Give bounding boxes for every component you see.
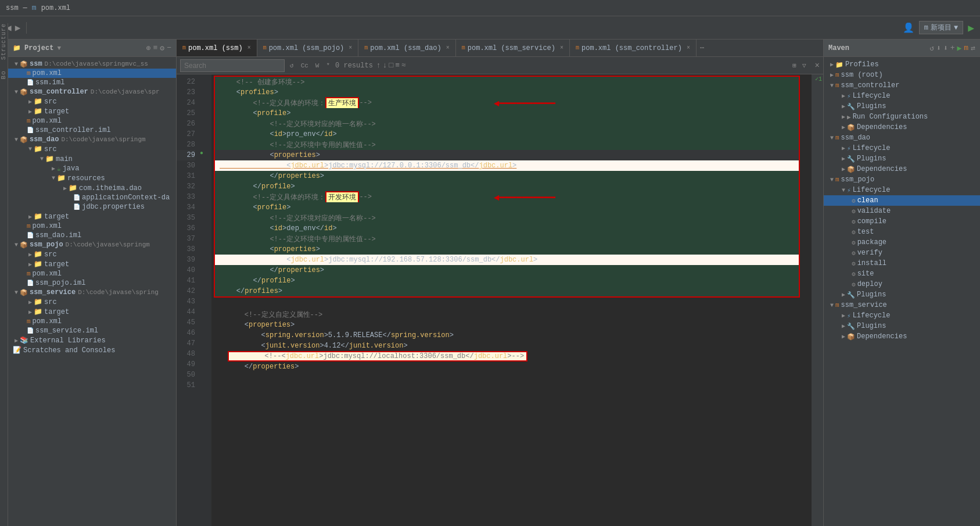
code-line-35[interactable]: <!--定义环境对应的唯一名称--> (215, 213, 799, 223)
tree-item-appctx[interactable]: 📄 applicationContext-da (8, 193, 176, 202)
tree-item-ssm[interactable]: ▼ 📦 ssm D:\code\javase\springmvc_ss (8, 59, 176, 69)
code-line-46[interactable]: <spring.version>5.1.9.RELEASE</spring.ve… (211, 330, 812, 341)
tree-item-ssm-iml[interactable]: 📄 ssm.iml (8, 78, 176, 87)
maven-item-runconf-ctrl[interactable]: ▶ ▶ Run Configurations (824, 112, 980, 122)
minimize-icon[interactable]: − (167, 44, 171, 53)
tab-pom-service[interactable]: m pom.xml (ssm_service) × (456, 40, 570, 57)
maven-download-icon[interactable]: ⬇ (936, 44, 941, 53)
case-sensitive-icon[interactable]: Cc (299, 62, 310, 69)
maven-item-deps-svc[interactable]: ▶ 📦 Dependencies (824, 331, 980, 342)
maven-item-ssm-pojo[interactable]: ▼ m ssm_pojo (824, 174, 980, 185)
tree-item-src-dao[interactable]: ▼ 📁 src (8, 144, 176, 154)
tree-item-java-dao[interactable]: ▶ ☕ java (8, 164, 176, 173)
maven-refresh-icon[interactable]: ↺ (929, 44, 934, 53)
locate-icon[interactable]: ⊕ (146, 44, 151, 53)
code-line-33[interactable]: <!--定义具体的环境：开发环境--> ◄━━━━━━━━━━ (215, 192, 799, 202)
tab-close-4[interactable]: × (687, 45, 690, 51)
filter-btn[interactable]: ▽ (800, 62, 808, 69)
code-line-22[interactable]: <!-- 创建多环境--> (215, 77, 799, 87)
tree-item-main-dao[interactable]: ▼ 📁 main (8, 154, 176, 164)
maven-download2-icon[interactable]: ⬇ (943, 44, 948, 53)
filter-icon[interactable]: ⊞ (791, 62, 798, 69)
maven-item-plugins-dao[interactable]: ▶ 🔧 Plugins (824, 153, 980, 164)
maven-item-lifecycle-ctrl[interactable]: ▶ ⚡ Lifecycle (824, 91, 980, 101)
tree-item-pom-svc[interactable]: m pom.xml (8, 317, 176, 326)
code-line-45[interactable]: <properties> (211, 320, 812, 330)
maven-item-validate[interactable]: ⚙ validate (824, 206, 980, 216)
code-line-29[interactable]: <properties> (215, 150, 799, 160)
project-dropdown-arrow[interactable]: ▼ (57, 45, 61, 52)
code-line-49[interactable]: </properties> (211, 362, 812, 372)
code-line-34[interactable]: <profile> (215, 202, 799, 213)
maven-add-icon[interactable]: + (950, 44, 955, 53)
code-line-50[interactable] (211, 372, 812, 382)
code-line-24[interactable]: <!--定义具体的环境：生产环境--> ◄━━━━━━━━━━ (215, 98, 799, 108)
regex-icon[interactable]: * (324, 62, 332, 69)
tree-item-ssm-controller[interactable]: ▼ 📦 ssm_controller D:\code\javase\spr (8, 87, 176, 96)
tab-pom-controller[interactable]: m pom.xml (ssm_controller) × (570, 40, 697, 57)
maven-item-deploy[interactable]: ⚙ deploy (824, 279, 980, 289)
tree-item-src-pojo[interactable]: ▶ 📁 src (8, 249, 176, 259)
code-line-31[interactable]: </properties> (215, 171, 799, 181)
maven-item-profiles[interactable]: ▶ 📁 Profiles (824, 59, 980, 70)
maven-item-ssm-dao[interactable]: ▼ m ssm_dao (824, 133, 980, 143)
tree-item-ssm-dao[interactable]: ▼ 📦 ssm_dao D:\code\javase\springm (8, 135, 176, 144)
tree-item-target-pojo[interactable]: ▶ 📁 target (8, 259, 176, 269)
maven-item-lifecycle-pojo[interactable]: ▼ ⚡ Lifecycle (824, 185, 980, 195)
tree-item-pom-xml[interactable]: m pom.xml (8, 69, 176, 78)
code-line-37[interactable]: <!--定义环境中专用的属性值--> (215, 234, 799, 244)
code-line-30[interactable]: <jdbc.url>jdbc:mysql://127.0.0.1:3306/ss… (215, 160, 799, 171)
word-icon[interactable]: W (314, 62, 321, 69)
maven-item-deps-ctrl[interactable]: ▶ 📦 Dependencies (824, 122, 980, 133)
maven-item-compile[interactable]: ⚙ compile (824, 216, 980, 227)
tree-item-src-ctrl[interactable]: ▶ 📁 src (8, 96, 176, 106)
tree-item-iml-dao[interactable]: 📄 ssm_dao.iml (8, 231, 176, 240)
tree-item-target-dao[interactable]: ▶ 📁 target (8, 212, 176, 221)
maven-item-ssm-ctrl[interactable]: ▼ m ssm_controller (824, 80, 980, 91)
code-line-26[interactable]: <!--定义环境对应的唯一名称--> (215, 119, 799, 129)
code-line-27[interactable]: <id>pro_env</id> (215, 129, 799, 139)
code-line-42[interactable]: </profiles> (215, 286, 799, 296)
tree-item-ext-libs[interactable]: ▶ 📚 External Libraries (8, 335, 176, 345)
settings-icon[interactable]: ⚙ (160, 44, 164, 53)
code-line-36[interactable]: <id>dep_env</id> (215, 223, 799, 234)
tab-close-1[interactable]: × (349, 45, 352, 51)
search-close[interactable]: × (815, 61, 820, 70)
maven-item-lifecycle-dao[interactable]: ▶ ⚡ Lifecycle (824, 143, 980, 153)
maven-item-test[interactable]: ⚙ test (824, 227, 980, 237)
code-line-44[interactable]: <!--定义自定义属性--> (211, 309, 812, 320)
code-line-32[interactable]: </profile> (215, 181, 799, 192)
maven-item-ssm-root[interactable]: ▶ m ssm (root) (824, 70, 980, 80)
maven-item-verify[interactable]: ⚙ verify (824, 248, 980, 258)
maven-item-plugins-pojo[interactable]: ▶ 🔧 Plugins (824, 289, 980, 300)
code-content[interactable]: <!-- 创建多环境--> <profiles> <!--定义具体的环境：生产环… (211, 74, 812, 526)
search-filter[interactable]: ≈ (401, 61, 406, 70)
tree-item-src-svc[interactable]: ▶ 📁 src (8, 297, 176, 307)
tree-item-scratches[interactable]: 📝 Scratches and Consoles (8, 345, 176, 355)
code-line-41[interactable]: </profile> (215, 275, 799, 286)
code-line-23[interactable]: <profiles> (215, 87, 799, 98)
maven-item-deps-dao[interactable]: ▶ 📦 Dependencies (824, 164, 980, 174)
tree-item-ssm-service[interactable]: ▼ 📦 ssm_service D:\code\javase\spring (8, 288, 176, 297)
tree-item-ssm-pojo[interactable]: ▼ 📦 ssm_pojo D:\code\javase\springm (8, 240, 176, 249)
tree-item-com-itheima[interactable]: ▶ 📁 com.itheima.dao (8, 183, 176, 193)
forward-icon[interactable]: ▶ (15, 22, 21, 34)
tree-item-iml-ctrl[interactable]: 📄 ssm_controller.iml (8, 126, 176, 135)
code-line-40[interactable]: </properties> (215, 265, 799, 275)
maven-item-ssm-svc[interactable]: ▼ m ssm_service (824, 300, 980, 310)
search-next[interactable]: ↓ (383, 61, 387, 70)
tree-item-resources-dao[interactable]: ▼ 📁 resources (8, 173, 176, 183)
tree-item-jdbc-prop[interactable]: 📄 jdbc.properties (8, 202, 176, 212)
project-selector[interactable]: m 新项目 ▼ (919, 21, 963, 34)
code-line-48[interactable]: <!--<jdbc.url>jdbc:mysql://localhost:330… (211, 351, 812, 362)
tab-more[interactable]: ⋯ (697, 44, 708, 52)
code-line-43[interactable] (211, 299, 812, 309)
tab-close-2[interactable]: × (446, 45, 450, 51)
tab-pom-ssm[interactable]: m pom.xml (ssm) × (177, 40, 257, 57)
code-line-51[interactable] (211, 382, 812, 393)
tree-item-iml-svc[interactable]: 📄 ssm_service.iml (8, 326, 176, 335)
tab-close-0[interactable]: × (247, 45, 251, 51)
maven-item-clean[interactable]: ⚙ clean (824, 195, 980, 206)
refresh-icon[interactable]: ↺ (288, 62, 296, 69)
search-multiline[interactable]: ≡ (395, 61, 400, 70)
